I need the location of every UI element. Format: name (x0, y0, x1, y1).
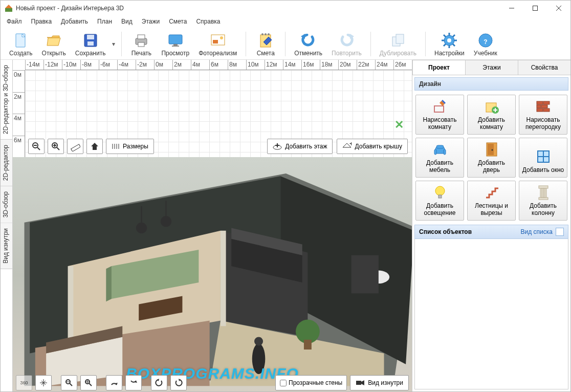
svg-marker-1 (5, 5, 12, 8)
svg-rect-9 (87, 35, 94, 39)
btn-add-room[interactable]: Добавить комнату (467, 95, 516, 135)
rtab-project[interactable]: Проект (412, 60, 466, 75)
btn-draw-room[interactable]: Нарисовать комнату (415, 95, 464, 135)
svg-rect-3 (533, 6, 538, 11)
svg-line-34 (444, 35, 446, 37)
svg-line-86 (89, 383, 92, 386)
tb-photoreal[interactable]: Фотореализм (195, 29, 240, 59)
grid-2d[interactable]: -14м-12м-10м-8м-6м-4м-2м0м2м4м6м8м10м12м… (13, 60, 412, 157)
add-roof-button[interactable]: +Добавить крышу (337, 139, 408, 154)
svg-rect-100 (537, 105, 541, 108)
zoom-out-button[interactable] (28, 139, 45, 154)
list-view-toggle[interactable]: Вид списка (521, 228, 553, 235)
menu-view[interactable]: Вид (117, 17, 137, 26)
file-new-icon (13, 32, 29, 49)
dimensions-button[interactable]: Размеры (106, 139, 154, 154)
tb-create[interactable]: Создать (6, 29, 36, 59)
menu-help[interactable]: Справка (192, 17, 224, 26)
tb-redo[interactable]: Повторить (328, 29, 365, 59)
folder-open-icon (46, 32, 62, 49)
tb-preview[interactable]: Просмотр (158, 29, 193, 59)
tilt-down-button[interactable] (125, 375, 142, 390)
add-floor-icon (273, 142, 282, 150)
svg-point-23 (268, 33, 270, 35)
help-icon: ? (477, 32, 494, 49)
pan-button[interactable] (35, 375, 52, 390)
right-panel: Проект Этажи Свойства Дизайн Нарисовать … (412, 60, 570, 391)
btn-add-window[interactable]: Добавить окно (519, 138, 567, 178)
vtab-combo[interactable]: 2D-редактор и 3D-обзор (1, 60, 12, 140)
menu-floors[interactable]: Этажи (138, 17, 164, 26)
origin-marker: ✕ (394, 118, 404, 132)
tb-save-dropdown[interactable]: ▾ (111, 30, 116, 58)
tb-undo[interactable]: Отменить (291, 29, 326, 59)
partition-icon (535, 98, 552, 115)
view-3d[interactable]: BOXPROGRAMS.INFO 360 Прозрачные стены Ви… (13, 157, 412, 391)
dimensions-icon (112, 143, 120, 150)
object-list[interactable] (414, 239, 568, 389)
btn-draw-partition[interactable]: Нарисовать перегородку (519, 95, 567, 135)
minimize-button[interactable] (500, 1, 523, 16)
rtab-props[interactable]: Свойства (518, 60, 571, 75)
duplicate-icon (390, 32, 406, 49)
svg-rect-16 (172, 46, 179, 47)
btn-add-furniture[interactable]: Добавить мебель (415, 138, 464, 178)
btn-add-door[interactable]: Добавить дверь (467, 138, 516, 178)
rotate-right-button[interactable] (170, 375, 187, 390)
tb-open[interactable]: Открыть (38, 29, 70, 59)
svg-rect-102 (537, 108, 543, 112)
svg-text:+: + (349, 142, 352, 147)
svg-rect-107 (436, 145, 444, 148)
menu-file[interactable]: Файл (3, 17, 26, 26)
view3d-controls: 360 Прозрачные стены Вид изнутри (13, 374, 412, 391)
btn-add-light[interactable]: Добавить освещение (415, 181, 464, 221)
column-icon (535, 184, 552, 201)
menu-add[interactable]: Добавить (57, 17, 92, 26)
rotate-360-button[interactable]: 360 (16, 375, 32, 390)
svg-marker-94 (361, 380, 364, 385)
tb-duplicate[interactable]: Дублировать (376, 29, 420, 59)
gear-icon (441, 32, 457, 49)
tilt-up-button[interactable] (106, 375, 122, 390)
measure-button[interactable] (67, 139, 83, 154)
rotate-left-button[interactable] (151, 375, 167, 390)
transparent-walls-checkbox[interactable]: Прозрачные стены (275, 375, 347, 390)
object-list-header: Список объектов Вид списка (414, 225, 568, 239)
home-button[interactable] (86, 139, 103, 154)
btn-add-column[interactable]: Добавить колонну (519, 181, 567, 221)
vtab-3d[interactable]: 3D-обзор (1, 186, 12, 223)
svg-rect-12 (138, 35, 145, 39)
svg-line-41 (37, 147, 40, 150)
rtab-floors[interactable]: Этажи (465, 60, 518, 75)
tb-save[interactable]: Сохранить (72, 29, 109, 59)
camera-icon (356, 379, 365, 386)
svg-rect-27 (396, 34, 404, 43)
zoom-in-button[interactable] (48, 139, 64, 154)
zoom-out-3d-button[interactable] (61, 375, 77, 390)
btn-stairs[interactable]: Лестницы и вырезы (467, 181, 516, 221)
window-title: Новый проект - Дизайн Интерьера 3D (16, 5, 500, 12)
svg-rect-99 (543, 101, 550, 104)
tb-print[interactable]: Печать (127, 29, 156, 59)
menu-plan[interactable]: План (93, 17, 116, 26)
svg-point-78 (161, 216, 171, 227)
add-floor-button[interactable]: Добавить этаж (267, 139, 333, 154)
menu-edit[interactable]: Правка (27, 17, 56, 26)
maximize-button[interactable] (523, 1, 547, 16)
svg-rect-18 (213, 40, 218, 43)
vtab-inside[interactable]: Вид изнутри (1, 223, 12, 269)
draw-room-icon (432, 98, 448, 115)
vtab-2d[interactable]: 2D-редактор (1, 140, 12, 186)
tb-settings[interactable]: Настройки (431, 29, 468, 59)
view-inside-button[interactable]: Вид изнутри (350, 375, 409, 390)
list-view-icon[interactable] (556, 228, 564, 236)
svg-marker-63 (221, 231, 226, 326)
menu-estimate[interactable]: Смета (165, 17, 191, 26)
close-button[interactable] (547, 1, 570, 16)
tb-help[interactable]: ?Учебник (470, 29, 501, 59)
toolbar: Создать Открыть Сохранить ▾ Печать Просм… (1, 27, 570, 60)
svg-point-22 (265, 33, 267, 35)
tb-estimate[interactable]: Смета (251, 29, 280, 59)
zoom-in-3d-button[interactable] (80, 375, 97, 390)
svg-rect-101 (541, 105, 547, 108)
